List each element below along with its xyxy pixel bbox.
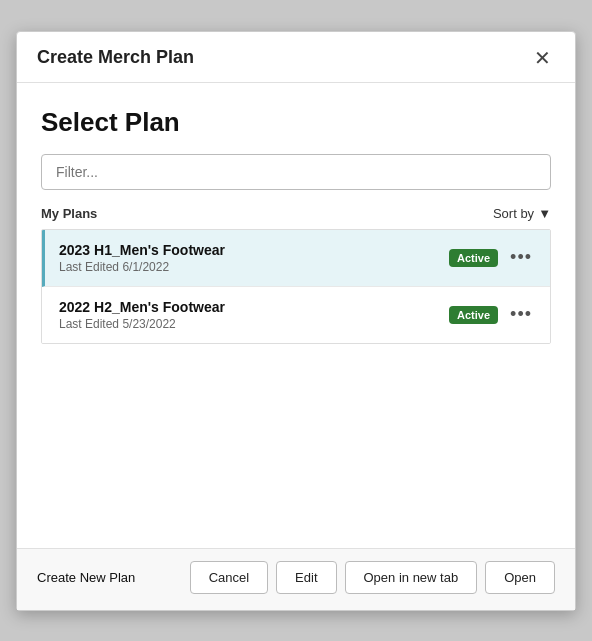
- cancel-button[interactable]: Cancel: [190, 561, 268, 594]
- plans-header: My Plans Sort by ▼: [41, 206, 551, 221]
- edit-button[interactable]: Edit: [276, 561, 336, 594]
- active-badge-2: Active: [449, 306, 498, 324]
- modal-title: Create Merch Plan: [37, 47, 194, 68]
- modal-footer: Create New Plan Cancel Edit Open in new …: [17, 548, 575, 610]
- more-options-button-1[interactable]: •••: [506, 245, 536, 270]
- plan-info-2: 2022 H2_Men's Footwear Last Edited 5/23/…: [59, 299, 225, 331]
- close-button[interactable]: ✕: [530, 46, 555, 70]
- plan-date-2: Last Edited 5/23/2022: [59, 317, 225, 331]
- modal-overlay: Create Merch Plan ✕ Select Plan My Plans…: [0, 0, 592, 641]
- plan-item-1[interactable]: 2023 H1_Men's Footwear Last Edited 6/1/2…: [42, 230, 550, 287]
- plan-name-2: 2022 H2_Men's Footwear: [59, 299, 225, 315]
- plan-name-1: 2023 H1_Men's Footwear: [59, 242, 225, 258]
- select-plan-title: Select Plan: [41, 107, 551, 138]
- sort-by-label: Sort by: [493, 206, 534, 221]
- plan-item-2[interactable]: 2022 H2_Men's Footwear Last Edited 5/23/…: [42, 287, 550, 343]
- modal-header: Create Merch Plan ✕: [17, 32, 575, 83]
- create-new-plan-link[interactable]: Create New Plan: [37, 570, 135, 585]
- more-options-button-2[interactable]: •••: [506, 302, 536, 327]
- open-button[interactable]: Open: [485, 561, 555, 594]
- plan-actions-2: Active •••: [449, 302, 536, 327]
- footer-buttons: Cancel Edit Open in new tab Open: [190, 561, 555, 594]
- active-badge-1: Active: [449, 249, 498, 267]
- plan-actions-1: Active •••: [449, 245, 536, 270]
- my-plans-label: My Plans: [41, 206, 97, 221]
- open-in-new-tab-button[interactable]: Open in new tab: [345, 561, 478, 594]
- plan-info-1: 2023 H1_Men's Footwear Last Edited 6/1/2…: [59, 242, 225, 274]
- sort-by-button[interactable]: Sort by ▼: [493, 206, 551, 221]
- create-merch-plan-modal: Create Merch Plan ✕ Select Plan My Plans…: [16, 31, 576, 611]
- modal-body: Select Plan My Plans Sort by ▼ 2023 H1_M…: [17, 83, 575, 548]
- filter-input[interactable]: [41, 154, 551, 190]
- plans-list: 2023 H1_Men's Footwear Last Edited 6/1/2…: [41, 229, 551, 344]
- plan-date-1: Last Edited 6/1/2022: [59, 260, 225, 274]
- chevron-down-icon: ▼: [538, 206, 551, 221]
